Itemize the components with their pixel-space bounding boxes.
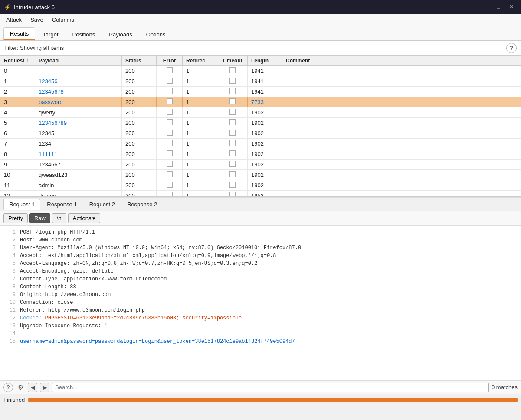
table-row[interactable]: 6 12345 200 1 1902: [0, 128, 521, 139]
col-header-error[interactable]: Error: [157, 56, 183, 66]
cell-error: [157, 128, 183, 139]
cell-redirect: 1: [183, 97, 217, 107]
col-header-comment[interactable]: Comment: [282, 56, 521, 66]
error-checkbox: [167, 78, 173, 84]
cell-redirect: 1: [183, 66, 217, 76]
payload-link[interactable]: 123456789: [39, 120, 67, 126]
col-header-redirect[interactable]: Redirec...: [183, 56, 217, 66]
line-number: 2: [3, 236, 16, 244]
timeout-checkbox: [229, 150, 236, 156]
prev-button[interactable]: ◀: [28, 383, 37, 392]
cell-redirect: 1: [183, 118, 217, 128]
cell-status: 200: [122, 66, 157, 76]
line-content: Cookie: PHPSESSID=63103e99bba5f2d7c889e7…: [20, 314, 518, 322]
minimize-button[interactable]: ─: [479, 2, 492, 12]
timeout-checkbox: [229, 171, 236, 177]
cell-error: [157, 97, 183, 107]
col-header-status[interactable]: Status: [122, 56, 157, 66]
panel-tab-request1[interactable]: Request 1: [3, 199, 40, 210]
tab-payloads[interactable]: Payloads: [102, 28, 138, 40]
search-input[interactable]: [52, 383, 489, 392]
timeout-checkbox: [229, 67, 236, 73]
cell-payload: 123456: [35, 76, 122, 87]
table-row[interactable]: 1 123456 200 1 1941: [0, 76, 521, 87]
close-button[interactable]: ✕: [505, 2, 518, 12]
error-checkbox: [167, 109, 173, 115]
payload-link[interactable]: password: [39, 99, 63, 105]
editor-line: 5Accept-Language: zh-CN,zh;q=0.8,zh-TW;q…: [0, 260, 521, 267]
editor-line: 2Host: www.c3moon.com: [0, 236, 521, 244]
timeout-checkbox: [229, 88, 236, 94]
cell-length: 1941: [248, 76, 282, 87]
error-checkbox: [167, 98, 173, 104]
line-content: POST /login.php HTTP/1.1: [20, 228, 518, 236]
menu-attack[interactable]: Attack: [2, 15, 26, 25]
raw-button[interactable]: Raw: [29, 213, 50, 223]
error-checkbox: [167, 140, 173, 146]
tab-options[interactable]: Options: [140, 28, 172, 40]
table-row[interactable]: 4 qwerty 200 1 1902: [0, 107, 521, 118]
cell-payload: dragon: [35, 191, 122, 197]
line-number: 5: [3, 260, 16, 267]
settings-icon[interactable]: ⚙: [16, 383, 25, 392]
cell-request: 8: [0, 149, 35, 160]
line-content: Accept-Language: zh-CN,zh;q=0.8,zh-TW;q=…: [20, 260, 518, 267]
cell-timeout: [217, 180, 248, 191]
newline-button[interactable]: \n: [52, 213, 66, 223]
cell-request: 12: [0, 191, 35, 197]
line-number: 8: [3, 283, 16, 291]
next-button[interactable]: ▶: [40, 383, 49, 392]
col-header-length[interactable]: Length: [248, 56, 282, 66]
table-row[interactable]: 9 1234567 200 1 1902: [0, 160, 521, 170]
filterbar: Filter: Showing all items ?: [0, 41, 521, 55]
cell-redirect: 1: [183, 170, 217, 180]
table-row[interactable]: 11 admin 200 1 1902: [0, 180, 521, 191]
filter-help-button[interactable]: ?: [506, 43, 517, 53]
cell-timeout: [217, 170, 248, 180]
panel-tab-response1[interactable]: Response 1: [41, 199, 82, 210]
statusbar-help-button[interactable]: ?: [3, 383, 13, 392]
payload-link[interactable]: 123456: [39, 78, 57, 85]
col-header-timeout[interactable]: Timeout: [217, 56, 248, 66]
cell-comment: [282, 66, 521, 76]
table-row[interactable]: 10 qweasd123 200 1 1902: [0, 170, 521, 180]
tab-positions[interactable]: Positions: [66, 28, 102, 40]
line-content: username=admin&password=password&Login=L…: [20, 338, 518, 345]
cell-request: 9: [0, 160, 35, 170]
progress-bar: [28, 398, 518, 402]
cell-error: [157, 118, 183, 128]
menu-columns[interactable]: Columns: [48, 15, 79, 25]
length-value: 1902: [251, 151, 264, 157]
payload-link[interactable]: 12345678: [39, 88, 64, 95]
cell-timeout: [217, 160, 248, 170]
table-row[interactable]: 2 12345678 200 1 1941: [0, 87, 521, 97]
maximize-button[interactable]: □: [492, 2, 505, 12]
error-checkbox: [167, 119, 173, 125]
tab-results[interactable]: Results: [3, 27, 35, 40]
payload-link[interactable]: 111111: [39, 151, 57, 157]
editor-line: 14: [0, 330, 521, 338]
table-row[interactable]: 7 1234 200 1 1902: [0, 139, 521, 149]
line-content: Content-Type: application/x-www-form-url…: [20, 275, 518, 283]
col-header-request[interactable]: Request ↑: [0, 56, 35, 66]
panel-tab-response2[interactable]: Response 2: [121, 199, 163, 210]
col-header-payload[interactable]: Payload: [35, 56, 122, 66]
length-value: 1902: [251, 130, 264, 137]
window-controls: ─ □ ✕: [479, 2, 518, 12]
panel-tab-request2[interactable]: Request 2: [84, 199, 121, 210]
tab-target[interactable]: Target: [36, 28, 65, 40]
timeout-checkbox: [229, 140, 236, 146]
menu-save[interactable]: Save: [26, 15, 48, 25]
chevron-down-icon: ▾: [92, 215, 95, 221]
table-row[interactable]: 5 123456789 200 1 1902: [0, 118, 521, 128]
cell-redirect: 1: [183, 107, 217, 118]
pretty-button[interactable]: Pretty: [3, 213, 28, 223]
line-number: 10: [3, 299, 16, 306]
table-row[interactable]: 8 111111 200 1 1902: [0, 149, 521, 160]
cell-request: 4: [0, 107, 35, 118]
table-row[interactable]: 3 password 200 1 7733: [0, 97, 521, 107]
line-number: 13: [3, 322, 16, 330]
actions-button[interactable]: Actions ▾: [68, 213, 101, 223]
timeout-checkbox: [229, 109, 236, 115]
table-row[interactable]: 0 200 1 1941: [0, 66, 521, 76]
